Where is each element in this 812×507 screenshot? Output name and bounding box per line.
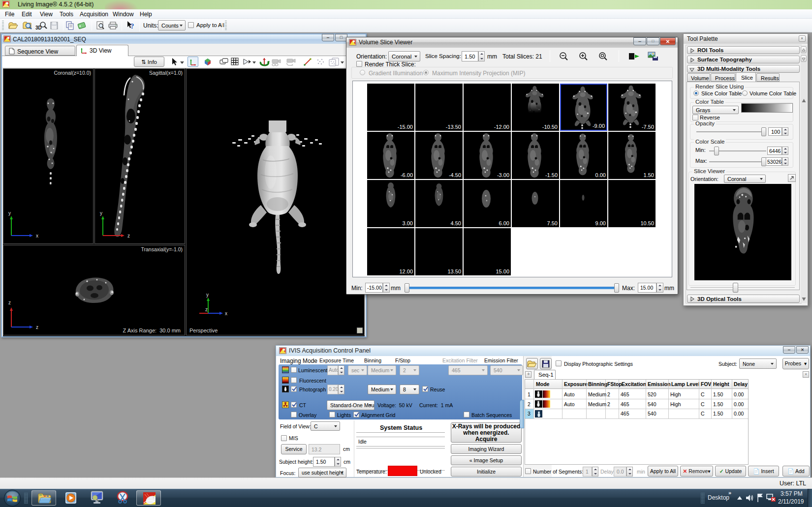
svg-text:z: z [8, 300, 11, 305]
svg-text:y: y [100, 210, 102, 216]
svg-text:x: x [36, 233, 38, 239]
svg-text:y: y [206, 292, 209, 298]
svg-text:y: y [8, 210, 11, 216]
svg-text:z: z [205, 307, 208, 312]
svg-text:?: ? [130, 22, 134, 30]
svg-text:z: z [36, 325, 38, 330]
svg-text:z: z [127, 233, 130, 239]
svg-text:x: x [225, 311, 227, 316]
